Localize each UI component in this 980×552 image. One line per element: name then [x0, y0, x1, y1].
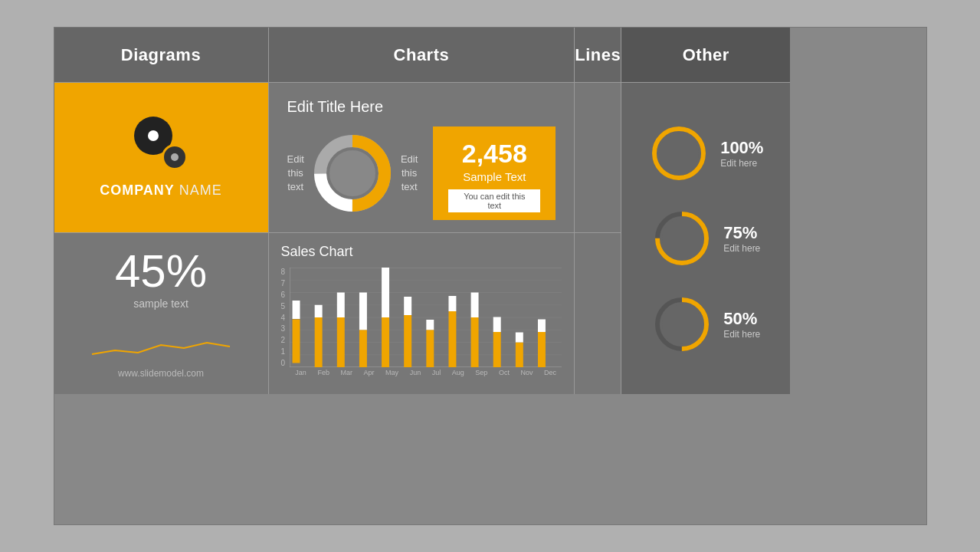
company-card: COMPANY NAME	[54, 83, 269, 233]
bar-oct-white	[493, 317, 501, 333]
circle-text-50: 50% Edit here	[723, 309, 760, 340]
charts-main: Edit Title Here Edit thistext	[269, 83, 575, 233]
percent-label: sample text	[133, 297, 188, 310]
bar-jun-white	[404, 297, 411, 315]
circle-item-100: 100% Edit here	[648, 123, 763, 184]
stats-box: 2,458 Sample Text You can edit this text	[433, 127, 556, 220]
label-jun: Jun	[410, 369, 421, 376]
charts-content: Edit thistext Edit thi	[287, 127, 556, 220]
bar-jun-orange	[404, 315, 411, 367]
bar-apr-orange	[359, 330, 367, 367]
donut-right-text: Edit thistext	[401, 153, 418, 195]
bar-jul-white	[426, 320, 434, 330]
donut-section: Edit thistext Edit thi	[287, 131, 418, 215]
bar-aug-white	[449, 296, 457, 311]
y-label-6: 6	[281, 291, 286, 299]
stats-label: Sample Text	[463, 170, 526, 183]
circle-item-50: 50% Edit here	[651, 294, 760, 355]
bars-container: Jan Feb Mar Apr May Jun Jul Aug Sep Oct …	[290, 268, 562, 383]
y-label-2: 2	[281, 336, 286, 344]
circle-text-100: 100% Edit here	[720, 138, 763, 169]
bar-feb-white	[315, 305, 323, 317]
y-label-5: 5	[281, 302, 286, 310]
bar-mar-white	[337, 293, 345, 318]
circle-item-75: 75% Edit here	[651, 208, 760, 269]
charts-section-title: Edit Title Here	[287, 98, 556, 116]
header-lines-label: Lines	[575, 45, 621, 65]
svg-point-3	[329, 150, 375, 196]
header-charts: Charts	[269, 28, 575, 83]
bar-sep-orange	[471, 317, 479, 367]
y-label-3: 3	[281, 324, 286, 333]
donut-left-text: Edit thistext	[287, 153, 304, 195]
circle-percent-75: 75%	[723, 223, 760, 243]
sales-chart-title: Sales Chart	[281, 244, 562, 260]
bars-svg	[290, 268, 562, 367]
y-label-4: 4	[281, 314, 286, 322]
label-nov: Nov	[520, 369, 533, 376]
label-feb: Feb	[317, 369, 329, 376]
y-label-0: 0	[281, 359, 286, 367]
stats-edit-text: You can edit this text	[448, 189, 540, 212]
bar-nov-orange	[516, 343, 523, 368]
circle-edit-75: Edit here	[723, 243, 760, 254]
header-other-label: Other	[683, 45, 729, 65]
label-sep: Sep	[475, 369, 487, 376]
bar-jan-white	[293, 301, 300, 319]
label-dec: Dec	[544, 369, 556, 376]
company-name-bold: COMPANY	[100, 182, 175, 198]
bar-sep-white	[471, 293, 479, 318]
bar-jan-orange	[293, 320, 300, 363]
bar-oct-orange	[493, 332, 501, 367]
percent-value: 45%	[115, 248, 207, 294]
y-label-1: 1	[281, 347, 286, 356]
label-oct: Oct	[499, 369, 510, 376]
logo-circle-small	[162, 144, 188, 170]
circle-percent-100: 100%	[720, 138, 763, 158]
bar-jul-orange	[426, 330, 434, 367]
label-jul: Jul	[432, 369, 441, 376]
svg-point-6	[659, 133, 699, 173]
label-mar: Mar	[340, 369, 352, 376]
bar-may-white	[382, 268, 389, 317]
lines-bottom-area	[575, 233, 621, 394]
y-axis: 8 7 6 5 4 3 2 1 0	[281, 268, 290, 383]
svg-point-12	[662, 304, 702, 344]
percent-card: 45% sample text www.slidemodel.com	[54, 233, 269, 394]
bar-dec-orange	[538, 332, 546, 367]
month-labels: Jan Feb Mar Apr May Jun Jul Aug Sep Oct …	[290, 367, 562, 376]
circle-text-75: 75% Edit here	[723, 223, 760, 254]
header-diagrams: Diagrams	[54, 28, 269, 83]
circle-percent-50: 50%	[723, 309, 760, 329]
label-apr: Apr	[364, 369, 375, 376]
donut-wrapper	[310, 131, 395, 215]
stats-number: 2,458	[462, 139, 527, 169]
sales-chart-container: 8 7 6 5 4 3 2 1 0	[281, 268, 562, 383]
bar-aug-orange	[449, 311, 457, 367]
bar-apr-white	[359, 293, 367, 330]
bar-nov-white	[516, 333, 523, 343]
y-label-7: 7	[281, 279, 286, 288]
lines-top-area	[575, 83, 621, 233]
y-label-8: 8	[281, 268, 286, 276]
header-lines: Lines	[575, 28, 621, 83]
bar-feb-orange	[315, 317, 323, 367]
other-area: 100% Edit here 75% Edit here	[621, 83, 790, 394]
circle-edit-50: Edit here	[723, 329, 760, 340]
label-aug: Aug	[452, 369, 464, 376]
sales-chart-area: Sales Chart 8 7 6 5 4 3 2 1 0	[269, 233, 575, 394]
label-jan: Jan	[295, 369, 306, 376]
label-may: May	[385, 369, 398, 376]
circle-chart-50	[651, 294, 713, 355]
svg-point-9	[662, 219, 702, 258]
company-name-normal: NAME	[175, 182, 222, 198]
company-logo	[134, 117, 188, 170]
company-name: COMPANY NAME	[100, 182, 222, 199]
header-charts-label: Charts	[394, 45, 450, 65]
sparkline-chart	[84, 324, 238, 362]
bar-may-orange	[382, 317, 389, 367]
circle-chart-100	[648, 123, 710, 184]
bar-dec-white	[538, 320, 546, 333]
bar-mar-orange	[337, 317, 345, 367]
circle-edit-100: Edit here	[720, 158, 763, 169]
